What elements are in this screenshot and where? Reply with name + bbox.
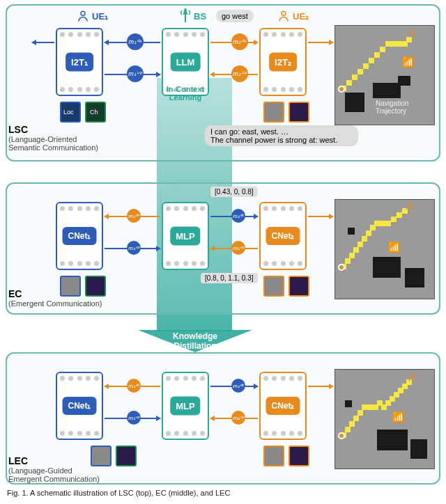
ec-loc2 (263, 276, 284, 297)
ec-msg-m2dn: m₂ᵈⁿ (231, 209, 245, 223)
speech-go-west: go west (216, 10, 254, 22)
map-origin-pin-icon (338, 86, 345, 93)
lec-arrow-out (308, 386, 333, 387)
lec-ch2 (289, 446, 309, 466)
ec-ch2 (289, 276, 309, 297)
ec-title-block: EC (Emergent Communication) (8, 288, 102, 308)
ec-vec-top: [0.43, 0, 0.8] (210, 187, 258, 197)
lsc-ch2-box (289, 102, 309, 123)
ec-arrow-out (308, 216, 333, 217)
svg-point-0 (81, 11, 85, 15)
ec-cnet2-label: CNet₂ (266, 227, 300, 245)
ec-cnet1-label: CNet₁ (62, 227, 96, 245)
lec-title-block: LEC (Language-Guided Emergent Communicat… (8, 455, 100, 483)
ue2-person-icon (277, 10, 290, 26)
lec-loc2 (263, 446, 284, 466)
lsc-i2t2-label: I2T₂ (269, 53, 297, 72)
lec-msg-m1dn: m₁ᵈⁿ (127, 379, 141, 393)
ec-cnet1-box: CNet₁ (56, 202, 103, 270)
lec-ue2-icon (408, 372, 417, 384)
lec-subtitle: (Language-Guided Emergent Communication) (8, 466, 100, 483)
lec-ch1 (116, 446, 137, 466)
lec-mlp-box: MLP (162, 372, 209, 440)
ec-pin-icon (338, 264, 345, 271)
lec-msg-m1up: m₁ᵘᵖ (127, 411, 141, 425)
lsc-loc2-box (263, 102, 284, 123)
msg-m1dn: m₁ᵈⁿ (127, 33, 144, 50)
ec-mlp-label: MLP (170, 227, 200, 246)
lsc-i2t2-box: I2T₂ (259, 28, 307, 96)
arrow-ue2-out (308, 42, 333, 43)
ec-cnet2-box: CNet₂ (259, 202, 307, 270)
ue1-person-icon (77, 10, 89, 26)
map-ue2-icon (408, 29, 417, 40)
arrow-ue1-out (32, 42, 54, 43)
lsc-subtitle: (Language-Oriented Semantic Communicatio… (8, 135, 98, 152)
ec-mlp-box: MLP (162, 202, 209, 270)
svg-point-3 (408, 203, 412, 206)
lec-msg-m2dn: m₂ᵈⁿ (231, 379, 245, 393)
bs-antenna-icon (180, 8, 191, 26)
lec-bs-icon: 📶 (392, 411, 401, 420)
lsc-map: 📶 Navigation Trajectory (334, 25, 435, 125)
in-context-label: In-Context Learning (160, 85, 210, 102)
ue2-label: UE₂ (293, 11, 309, 22)
lec-cnet2-box: CNet₂ (259, 372, 307, 440)
lsc-i2t1-box: I2T₁ (56, 28, 103, 96)
nav-label: Navigation Trajectory (376, 100, 408, 115)
ec-msg-m1dn: m₁ᵈⁿ (127, 209, 141, 223)
ec-msg-m1up: m₁ᵘᵖ (127, 241, 141, 255)
lsc-i2t1-label: I2T₁ (66, 53, 93, 72)
ue1-label: UE₁ (92, 11, 108, 22)
lec-cnet1-label: CNet₁ (62, 397, 96, 415)
map-bs-icon: 📶 (402, 56, 410, 65)
lec-msg-m2up: m₂ᵘᵖ (231, 411, 245, 425)
lsc-ch-box: Ch (85, 102, 106, 123)
lec-cnet2-label: CNet₂ (266, 397, 300, 415)
msg-m2up: m₂ᵘᵖ (231, 65, 248, 82)
bs-label: BS (194, 11, 206, 22)
ec-title: EC (8, 288, 102, 299)
speech-channel: I can go: east, west. … The channel powe… (205, 125, 358, 146)
msg-m1up: m₁ᵘᵖ (127, 65, 144, 82)
lsc-llm-label: LLM (171, 53, 201, 72)
ec-subtitle: (Emergent Communication) (8, 299, 102, 308)
ec-map: 📶 (334, 199, 435, 299)
ec-vec-bot: [0.8, 0, 1.1, 0.3] (201, 273, 258, 283)
lsc-title: LSC (8, 124, 98, 135)
lsc-title-block: LSC (Language-Oriented Semantic Communic… (8, 124, 98, 152)
svg-point-1 (282, 11, 286, 15)
figure-caption: Fig. 1. A schematic illustration of LSC … (7, 489, 230, 497)
lec-mlp-label: MLP (170, 397, 200, 416)
ec-ue2-icon (405, 201, 415, 213)
msg-m2dn: m₂ᵈⁿ (231, 33, 248, 50)
lsc-loc-box: Loc (60, 102, 81, 123)
lec-map: 📶 (334, 369, 435, 469)
ec-msg-m2up: m₂ᵘᵖ (231, 241, 245, 255)
svg-point-2 (411, 30, 415, 33)
lec-pin-icon (338, 432, 345, 439)
ec-bs-icon: 📶 (388, 242, 397, 250)
lec-cnet1-box: CNet₁ (56, 372, 103, 440)
lec-title: LEC (8, 455, 100, 466)
svg-point-4 (411, 374, 415, 377)
kd-label: Knowledge Distillation (160, 331, 230, 351)
